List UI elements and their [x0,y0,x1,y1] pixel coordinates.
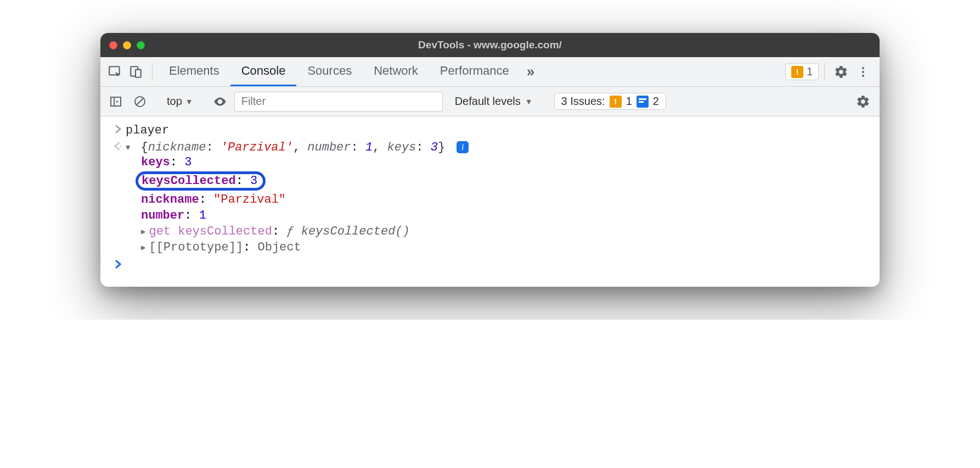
svg-point-4 [862,71,864,73]
toggle-sidebar-icon[interactable] [106,92,126,112]
svg-rect-2 [136,69,141,77]
summary-key: keys [387,141,416,154]
disclosure-toggle[interactable] [141,241,149,254]
tab-console[interactable]: Console [230,57,297,86]
disclosure-toggle[interactable] [141,225,149,238]
console-result-line[interactable]: {nickname: 'Parzival', number: 1, keys: … [100,139,880,257]
brace: { [141,141,148,154]
context-label: top [167,95,182,108]
brace: } [438,141,445,154]
separator [824,63,825,81]
tabbar-issues-badge[interactable]: ! 1 [785,63,819,80]
summary-key: number [307,141,351,154]
object-properties: keys: 3 keysCollected: 3 nickname: "Parz… [126,154,870,255]
summary-value: 1 [365,141,373,154]
window-minimize-button[interactable] [123,41,131,49]
summary-value: 'Parzival' [221,141,293,154]
property-value: Object [257,241,301,254]
tab-overflow[interactable]: » [520,57,541,86]
console-prompt-line[interactable] [100,257,880,270]
context-selector[interactable]: top ▼ [164,95,196,108]
property-row-highlighted[interactable]: keysCollected: 3 [141,170,870,192]
output-marker-icon [110,141,126,151]
object-summary[interactable]: {nickname: 'Parzival', number: 1, keys: … [141,141,453,154]
inspect-element-icon[interactable] [105,57,126,86]
property-value: "Parzival" [213,193,286,207]
issues-warn-count: 1 [626,95,632,108]
warning-icon: ! [791,66,803,78]
property-row-getter[interactable]: get keysCollected: ƒ keysCollected() [141,224,870,239]
property-row[interactable]: nickname: "Parzival" [141,192,870,208]
issues-info-count: 2 [653,95,659,108]
property-name: nickname [141,193,199,207]
property-name: keysCollected [142,174,236,188]
property-value: 1 [199,209,206,222]
separator [152,63,153,81]
input-marker-icon [110,124,126,133]
main-tabbar: Elements Console Sources Network Perform… [100,57,880,87]
svg-rect-9 [639,101,644,103]
devtools-window: DevTools - www.google.com/ Elements Cons… [100,33,880,287]
console-toolbar: top ▼ Default levels ▼ 3 Issues: ! 1 2 [100,87,880,116]
device-toolbar-icon[interactable] [126,57,147,86]
property-name: number [141,209,184,222]
result-content: {nickname: 'Parzival', number: 1, keys: … [126,141,870,255]
property-name: keys [141,155,170,169]
log-levels-label: Default levels [455,95,521,108]
svg-point-10 [120,146,122,147]
prompt-marker-icon [110,259,126,269]
summary-key: nickname [148,141,206,154]
tab-elements[interactable]: Elements [158,57,230,86]
live-expression-eye-icon[interactable] [210,92,230,112]
function-signature: ƒ keysCollected() [286,225,409,238]
property-row[interactable]: keys: 3 [141,154,870,170]
window-close-button[interactable] [109,41,117,49]
getter-prefix: get [149,225,178,238]
info-badge-icon[interactable]: i [457,141,469,153]
titlebar: DevTools - www.google.com/ [100,33,880,57]
dropdown-icon: ▼ [525,97,533,106]
dropdown-icon: ▼ [185,97,193,106]
panel-tabs: Elements Console Sources Network Perform… [158,57,541,86]
svg-point-3 [862,67,864,69]
property-row[interactable]: number: 1 [141,208,870,224]
svg-rect-6 [111,97,121,106]
clear-console-icon[interactable] [130,92,150,112]
svg-point-5 [862,75,864,77]
settings-gear-icon[interactable] [830,57,852,86]
property-value: 3 [184,155,192,169]
disclosure-toggle[interactable] [126,141,133,154]
property-name: keysCollected [178,225,272,238]
info-icon [637,96,649,108]
tab-performance[interactable]: Performance [429,57,520,86]
warning-icon: ! [610,96,622,108]
more-menu-icon[interactable] [852,57,874,86]
property-name: [[Prototype]] [149,241,243,254]
window-controls [109,41,145,49]
tab-network[interactable]: Network [363,57,429,86]
property-value: 3 [250,174,257,188]
highlight-annotation: keysCollected: 3 [136,171,266,191]
console-history-line[interactable]: player [100,122,880,139]
history-text: player [126,124,870,137]
svg-rect-8 [639,98,646,100]
property-row-prototype[interactable]: [[Prototype]]: Object [141,239,870,255]
filter-input[interactable] [234,92,443,112]
issues-label: 3 Issues: [561,95,605,108]
console-output: player {nickname: 'Parzival', number: 1,… [100,116,880,287]
window-title: DevTools - www.google.com/ [100,39,880,51]
tab-sources[interactable]: Sources [296,57,363,86]
log-levels-selector[interactable]: Default levels ▼ [447,95,540,108]
window-maximize-button[interactable] [137,41,145,49]
tabbar-issues-count: 1 [807,65,813,78]
summary-value: 3 [431,141,438,154]
issues-summary[interactable]: 3 Issues: ! 1 2 [554,93,666,110]
console-settings-gear-icon[interactable] [852,94,874,109]
